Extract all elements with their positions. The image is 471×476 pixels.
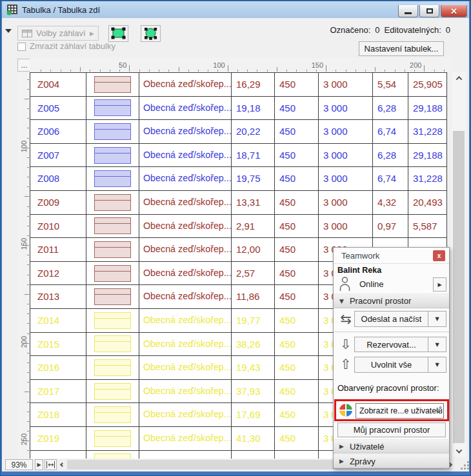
chevron-left-icon <box>60 462 65 467</box>
wall-height-cell: 3 000 <box>319 120 373 144</box>
ruler-label: 100 <box>213 61 227 69</box>
table-row[interactable]: Z005Obecná zeď/skořep...19,184503 0006,2… <box>30 97 447 121</box>
release-all-dropdown[interactable]: ▼ <box>428 357 446 373</box>
wall-name-cell: Obecná zeď/skořep... <box>139 309 232 333</box>
zoom-menu-button[interactable]: ▶ <box>35 459 43 470</box>
wall-id-cell: Z010 <box>30 215 86 239</box>
table-row[interactable]: Z009Obecná zeď/skořep...13,314503 0004,3… <box>30 191 447 215</box>
teamwork-close-button[interactable]: x <box>433 250 445 261</box>
send-receive-dropdown[interactable]: ▼ <box>428 311 446 327</box>
ruler-label: 150 <box>20 238 28 250</box>
vertical-scrollbar[interactable] <box>452 72 466 457</box>
vertical-ruler[interactable]: 100150200250 <box>18 72 30 459</box>
wall-thickness-cell: 450 <box>275 120 319 144</box>
wall-thickness-cell: 450 <box>275 238 319 262</box>
wall-area-cell: 19,43 <box>232 356 275 380</box>
wall-thickness-cell: 450 <box>275 97 319 121</box>
ruler-options-button[interactable]: ... <box>17 59 31 72</box>
wall-swatch-cell <box>86 262 139 286</box>
wall-name-cell: Obecná zeď/skořep... <box>139 73 232 97</box>
wall-area-cell: 13,31 <box>232 191 275 215</box>
maximize-button[interactable] <box>419 5 439 17</box>
wall-volume-cell: 5,587 <box>408 215 447 239</box>
wall-thickness-cell: 450 <box>275 144 319 168</box>
wall-id-cell: Z015 <box>30 333 86 357</box>
schedule-settings-button[interactable]: Nastavení tabulek... <box>359 41 444 56</box>
header-options-button[interactable]: Volby záhlaví ▶ <box>17 26 99 41</box>
wall-area-cell: 41,30 <box>232 427 275 451</box>
wall-id-cell: Z007 <box>30 144 86 168</box>
send-receive-button[interactable]: Odeslat a načíst <box>354 311 428 327</box>
selected-count: 0 <box>375 25 379 35</box>
table-row[interactable]: Z010Obecná zeď/skořep...2,914503 0000,97… <box>30 215 447 239</box>
users-section-header[interactable]: ▶ Uživatelé <box>334 439 449 453</box>
wall-name-cell: Obecná zeď/skořep... <box>139 333 232 357</box>
wall-area-cell: 2,57 <box>232 262 275 286</box>
wall-area-cell: 16,29 <box>232 73 275 97</box>
freeze-header-checkbox[interactable] <box>17 43 26 51</box>
wall-id-cell: Z009 <box>30 191 86 215</box>
wall-area-cell: 17,69 <box>232 403 275 427</box>
colored-workspace-select[interactable]: Zobrazit re...e uživatelů <box>356 403 444 419</box>
release-all-button[interactable]: Uvolnit vše <box>354 357 428 373</box>
wall-swatch-cell <box>86 451 139 460</box>
ruler-label: 200 <box>20 336 28 348</box>
zoom-level-button[interactable]: 93% <box>5 459 33 470</box>
collapse-panel-arrow-icon[interactable] <box>5 29 12 33</box>
wall-volume-cell: 31,228 <box>408 120 447 144</box>
wall-name-cell: Obecná zeď/skořep... <box>139 215 232 239</box>
wall-volume-cell: 25,905 <box>408 73 447 97</box>
wall-id-cell: Z018 <box>30 403 86 427</box>
teamwork-titlebar[interactable]: Teamwork <box>334 248 449 264</box>
flyout-arrow-icon: ▶ <box>90 30 94 37</box>
table-row[interactable]: Z008Obecná zeď/skořep...19,754503 0006,7… <box>30 167 447 191</box>
online-flyout-button[interactable]: ▶ <box>433 277 446 292</box>
header-options-label: Volby záhlaví <box>36 28 86 38</box>
wall-thickness-cell: 450 <box>275 356 319 380</box>
wall-height-cell: 3 000 <box>319 144 373 168</box>
wall-area-cell: 12,00 <box>232 238 275 262</box>
close-button[interactable]: ✕ <box>441 5 467 17</box>
teamwork-palette[interactable]: Teamwork x Balint Reka Online ▶ ▼ Pracov… <box>333 247 450 469</box>
scroll-left-button[interactable] <box>58 459 66 470</box>
workspace-section-header[interactable]: ▼ Pracovní prostor <box>334 293 449 308</box>
vertical-scrollbar-thumb[interactable] <box>453 131 465 443</box>
wall-thickness-cell: 450 <box>275 285 319 309</box>
wall-area-cell: 20,22 <box>232 120 275 144</box>
rectangle-marquee-button[interactable] <box>108 25 128 42</box>
wall-fill-swatch <box>94 99 131 116</box>
wall-volume-cell: 31,228 <box>408 167 447 191</box>
window-title: Tabulka / Tabulka zdí <box>22 5 100 15</box>
table-row[interactable]: Z007Obecná zeď/skořep...18,714503 0006,2… <box>30 144 447 168</box>
wall-fill-swatch <box>94 430 131 447</box>
horizontal-ruler[interactable]: 50100150200 <box>30 58 452 72</box>
messages-section-header[interactable]: ▶ Zprávy <box>334 454 449 468</box>
resize-grip[interactable] <box>460 460 469 470</box>
wall-net-area-cell: 5,54 <box>373 73 408 97</box>
scroll-down-button[interactable] <box>452 445 466 457</box>
wall-swatch-cell <box>86 120 139 144</box>
wall-swatch-cell <box>86 403 139 427</box>
swap-arrows-icon: ⇆ <box>337 313 354 326</box>
my-workspace-button[interactable]: Můj pracovní prostor <box>337 422 446 437</box>
wall-fill-swatch <box>94 147 131 164</box>
wall-fill-swatch <box>94 359 131 376</box>
reserve-button[interactable]: Rezervovat... <box>354 337 428 352</box>
wall-id-cell: Z012 <box>30 262 86 286</box>
wall-name-cell: Obecná zeď/skořep... <box>139 167 232 191</box>
minimize-button[interactable] <box>398 5 418 17</box>
up-arrow-icon: ⇧ <box>337 358 354 372</box>
wall-swatch-cell <box>86 427 139 451</box>
wall-fill-swatch <box>94 123 131 140</box>
wall-id-cell: Z016 <box>30 356 86 380</box>
wall-name-cell: Obecná zeď/skořep... <box>139 97 232 121</box>
editable-count: 0 <box>446 25 450 35</box>
table-row[interactable]: Z006Obecná zeď/skořep...20,224503 0006,7… <box>30 120 447 144</box>
fit-width-button[interactable]: ↔ <box>45 459 57 470</box>
scroll-up-button[interactable] <box>452 72 466 84</box>
wall-id-cell: Z008 <box>30 167 86 191</box>
wall-id-cell: Z011 <box>30 238 86 262</box>
table-row[interactable]: Z004Obecná zeď/skořep...16,294503 0005,5… <box>30 73 447 97</box>
polygon-marquee-button[interactable] <box>141 25 161 42</box>
reserve-dropdown[interactable]: ▼ <box>428 337 446 352</box>
